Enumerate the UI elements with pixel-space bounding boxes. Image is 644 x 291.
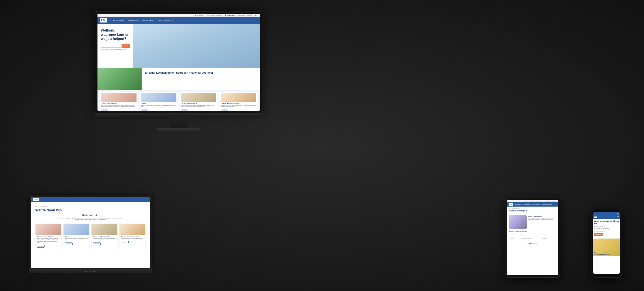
card-text-ziekenhuis: Word je opgenomen in het ziekenhuis voor…: [101, 105, 136, 107]
tablet-pagination-dots: [507, 242, 558, 245]
card-title-ziekenhuis: Opname in het ziekenhuis: [101, 103, 136, 104]
phone-image-title: Veilig ingedekt met je hospitalisatiever…: [594, 252, 619, 255]
laptop-card-text-ziek: Je kan niet gaan werken omdat je ziek be…: [93, 238, 116, 241]
laptop-card-img-ziek: [92, 224, 117, 235]
tablet: CONTACT | KANTOOR IN DE BUURT | LID WORD…: [505, 198, 560, 278]
tablet-page-title: Blauwe kleefzegels: [509, 210, 556, 212]
dot-5[interactable]: [536, 243, 537, 244]
card-btn-zwanger[interactable]: LEES MEER: [221, 108, 228, 110]
dot-1[interactable]: [529, 243, 530, 244]
chevron-down-icon: ▾: [257, 14, 258, 16]
person-icon: 👤: [225, 14, 226, 16]
topbar-language[interactable]: NL ▾: [255, 14, 258, 16]
laptop-website: LM Home > Wat te doen bij? Wat te doen b…: [31, 197, 150, 268]
monitor-stand-neck: [170, 117, 188, 128]
phone-frame: 12:30 LM ☰ Word vandaag nog lid van LM B…: [591, 209, 622, 278]
tablet-faq-section: Waar zijn ze op de kleefzegels? Hoe vraa…: [507, 230, 558, 236]
site-hero-title: Welkom, waarmee kunnen we jou helpen?: [101, 28, 130, 41]
laptop-card-text-zwanger: Kom je aanmerking voor moederschapsuitke…: [121, 238, 144, 240]
laptop-hero: Home > Wat te doen bij? Wat te doen bij?…: [31, 202, 150, 224]
topbar-office[interactable]: 📍 KANTOOR IN DE BUURT: [205, 14, 222, 16]
table-row: MEER INFO ▾ MEER INFO ▾ MEER INFO ▾: [509, 239, 556, 241]
monitor-screen: 📞 CONTACT 📍 KANTOOR IN DE BUURT 👤 LID WO…: [98, 14, 260, 111]
site-logo[interactable]: LM: [100, 18, 107, 22]
laptop-card-body-ziekenhuis: Opname in het ziekenhuis Word je opgenom…: [36, 235, 61, 249]
site-hero: Welkom, waarmee kunnen we jou helpen? ZO…: [98, 24, 260, 68]
site-hero-image: [133, 24, 260, 68]
phone-logo[interactable]: LM: [594, 216, 597, 218]
phone-hero-text: Bij LM ben je verzekerd van:: [594, 226, 619, 227]
laptop-card-btn-ziekenhuis[interactable]: LEES MEER: [37, 245, 44, 248]
help-link[interactable]: Vind je niet wat je zoekt? Neem contact …: [101, 48, 130, 50]
site-hero-text: Welkom, waarmee kunnen we jou helpen? ZO…: [98, 24, 133, 68]
topbar-search[interactable]: ZOEK 🔍: [247, 14, 252, 16]
screen-icon: 🖥: [237, 14, 239, 16]
laptop-section-text: LM ziekenfonds begeleidt je tijdens vers…: [57, 217, 124, 220]
tablet-nav-terugbetalingen[interactable]: Terugbetalingen: [523, 204, 531, 205]
monitor-screen-wrapper: 📞 CONTACT 📍 KANTOOR IN DE BUURT 👤 LID WO…: [95, 11, 262, 113]
laptop-card-btn-zwanger[interactable]: LEES MEER: [121, 241, 128, 244]
card-image-zwanger: [221, 93, 256, 102]
laptop-card-img-ziekenhuis: [36, 224, 61, 235]
hamburger-icon[interactable]: ☰: [617, 216, 619, 218]
tablet-nav: LM Wat te doen bij Terugbetalingen Goed …: [507, 202, 558, 206]
topbar-member[interactable]: 👤 LID WORDEN: [225, 14, 235, 16]
phone-nav: LM ☰: [593, 214, 620, 219]
laptop-nav: LM: [31, 197, 150, 202]
laptop-card-btn-ongeval[interactable]: LEES MEER: [65, 242, 72, 245]
card-ziek: Ziek en arbeidsongeschikt? Je kan niet g…: [180, 92, 218, 111]
search-icon: 🔍: [251, 14, 252, 16]
monitor-second-title: Bij ieder LevensMoment hoort een financi…: [145, 71, 256, 75]
phone-hero-title: Word vandaag nog lid van LM: [594, 220, 619, 225]
card-btn-ziekenhuis[interactable]: LEES MEER: [101, 108, 108, 110]
laptop-page-title: Wat te doen bij?: [35, 208, 146, 212]
laptop-card-title-ongeval: Ongeval: [65, 236, 88, 238]
laptop-card-btn-ziek[interactable]: LEES MEER: [93, 242, 100, 245]
tablet-table: Jaarlijkse Kleefzegel Boodschappen Lande…: [509, 237, 556, 241]
laptop-card-text-ziekenhuis: Word je opgenomen in het ziekenhuis voor…: [37, 238, 60, 244]
monitor-stand-top: [95, 113, 262, 117]
nav-item-goed[interactable]: Goed verzekerd ▾: [142, 20, 154, 21]
site-navigation: LM Wat te doen bij ▾ Terugbetalingen Goe…: [98, 17, 260, 24]
phone-hero-section: Word vandaag nog lid van LM Bij LM ben j…: [593, 219, 620, 238]
dot-2[interactable]: [530, 243, 532, 244]
topbar-contact[interactable]: 📞 CONTACT: [195, 14, 203, 16]
monitor-stand-base: [156, 128, 201, 132]
laptop-logo[interactable]: LM: [33, 198, 39, 201]
desktop-website: 📞 CONTACT 📍 KANTOOR IN DE BUURT 👤 LID WO…: [98, 14, 260, 111]
laptop-card-ziek: Ziek en arbeidsongeschikt? Je kan niet g…: [91, 224, 118, 249]
card-btn-ongeval[interactable]: LEES MEER: [141, 108, 148, 110]
tablet-logo[interactable]: LM: [508, 203, 513, 206]
dot-3[interactable]: [532, 243, 533, 244]
card-image-ongeval: [141, 93, 176, 102]
card-btn-ziek[interactable]: LEES MEER: [181, 108, 188, 110]
laptop-card-title-ziek: Ziek en arbeidsongeschikt?: [93, 236, 116, 238]
tablet-page-header: Home > Blauwe kleefzegels Blauwe kleefze…: [507, 206, 558, 214]
tablet-nav-goed[interactable]: Goed verzekerd: [532, 204, 540, 205]
tablet-nav-zorg[interactable]: Zorg & ondersteuning: [542, 204, 552, 205]
phone-website: 12:30 LM ☰ Word vandaag nog lid van LM B…: [593, 212, 620, 274]
phone-topbar: 12:30: [593, 212, 620, 214]
phone-hero-list: Tussenkomst in elke levensfase Korte ter…: [594, 228, 619, 232]
dropdown-icon-3: ▾: [173, 20, 174, 21]
laptop-cards: Opname in het ziekenhuis Word je opgenom…: [31, 224, 150, 249]
search-button[interactable]: ZOEK: [122, 44, 130, 48]
card-title-zwanger: Zwanger, geboorte of adoptie: [221, 103, 256, 104]
phone-cta-button[interactable]: WORD LID: [594, 233, 603, 236]
tablet-nav-items: Wat te doen bij Terugbetalingen Goed ver…: [515, 204, 552, 205]
tablet-content-body: Bij LM ontvangen leden blauwe kleefzegel…: [528, 218, 556, 220]
tablet-faq-title: Waar zijn ze op de kleefzegels?: [509, 231, 556, 232]
topbar-eloket[interactable]: 🖥 E-LOKET: [237, 14, 245, 16]
laptop-card-ongeval: Ongeval Heb je een ongeval gehad? Volg h…: [63, 224, 90, 249]
tablet-faq-item-0[interactable]: Hoe vraag ik blauwe kleefzegels van het …: [509, 233, 556, 235]
nav-item-terugbetalingen[interactable]: Terugbetalingen: [128, 20, 139, 21]
tablet-screen: CONTACT | KANTOOR IN DE BUURT | LID WORD…: [507, 200, 558, 275]
card-text-ongeval: Heb je een ongeval gehad? Volg het stapp…: [141, 105, 176, 107]
dot-4[interactable]: [534, 243, 535, 244]
nav-item-wat[interactable]: Wat te doen bij ▾: [112, 20, 124, 21]
card-title-ziek: Ziek en arbeidsongeschikt?: [181, 103, 216, 104]
dropdown-icon-2: ▾: [154, 20, 154, 21]
tablet-nav-wat[interactable]: Wat te doen bij: [515, 204, 522, 205]
nav-item-zorg[interactable]: Zorg & ondersteuning ▾: [158, 20, 174, 21]
search-input[interactable]: [101, 44, 122, 48]
